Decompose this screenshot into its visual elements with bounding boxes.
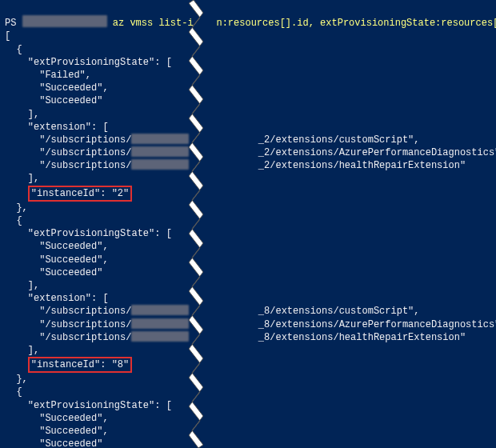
command-suffix: n:resources[].id, extProvisioningState:r…	[216, 18, 496, 29]
redacted-id	[131, 318, 189, 329]
instance-id-highlight: "instanceId": "2"	[28, 186, 132, 202]
redacted-id	[131, 146, 189, 157]
command-prefix: az vmss list-i	[113, 18, 194, 29]
json-open: [	[5, 30, 10, 42]
redacted-path	[22, 15, 107, 27]
redacted-id	[131, 159, 189, 170]
redacted-id	[131, 305, 189, 315]
redacted-id	[131, 134, 189, 144]
instance-id-highlight: "instanceId": "8"	[28, 357, 132, 373]
prompt-line: PS az vmss list-i n:resources[].id, extP…	[5, 18, 496, 29]
console-output: PS az vmss list-i n:resources[].id, extP…	[0, 0, 496, 448]
prompt-prefix: PS	[5, 18, 22, 29]
redacted-id	[131, 331, 189, 342]
